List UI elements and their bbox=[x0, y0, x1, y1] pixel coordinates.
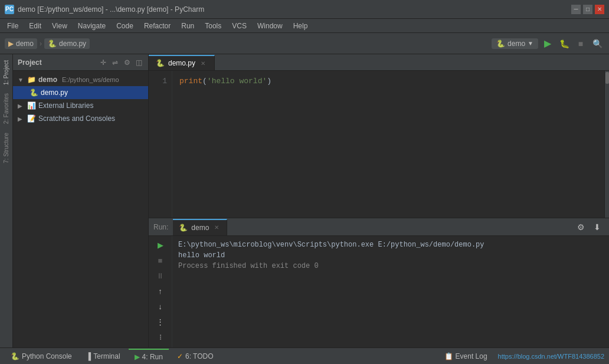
todo-icon: ✓ bbox=[177, 352, 183, 360]
title-bar: PC demo [E:/python_ws/demo] - ...\demo.p… bbox=[0, 0, 609, 19]
breadcrumb-demo[interactable]: ▶ demo bbox=[5, 38, 37, 49]
sidebar-tab-project[interactable]: 1: Project bbox=[1, 57, 11, 88]
editor-tab-label: demo.py bbox=[168, 59, 195, 67]
run-sidebar: ▶ ■ ⏸ ↑ ↓ ⋮ ⁝ bbox=[149, 236, 172, 347]
panel-tab-close[interactable]: ✕ bbox=[212, 224, 221, 232]
stop-button[interactable]: ■ bbox=[574, 37, 588, 51]
tree-header-icons: ✛ ⇌ ⚙ ◫ bbox=[99, 58, 143, 67]
maximize-button[interactable]: □ bbox=[583, 5, 592, 14]
tree-locate-icon[interactable]: ✛ bbox=[99, 58, 108, 67]
sidebar-tab-favorites[interactable]: 2: Favorites bbox=[1, 90, 11, 127]
status-python-console[interactable]: 🐍 Python Console bbox=[5, 349, 78, 364]
debug-button[interactable]: 🐛 bbox=[557, 37, 571, 51]
breadcrumb-separator: › bbox=[40, 40, 42, 48]
paren-close: ) bbox=[267, 77, 271, 86]
sidebar-tab-structure[interactable]: 7: Structure bbox=[1, 129, 11, 167]
tree-content: ▼ 📁 demo E:/python_ws/demo 🐍 demo.py ▶ 📊… bbox=[13, 71, 148, 347]
editor-tab-demo-py[interactable]: 🐍 demo.py ✕ bbox=[149, 55, 215, 70]
menu-file[interactable]: File bbox=[2, 21, 23, 31]
title-bar-left: PC demo [E:/python_ws/demo] - ...\demo.p… bbox=[5, 5, 204, 14]
menu-code[interactable]: Code bbox=[112, 21, 138, 31]
code-area[interactable]: print('hello world') bbox=[172, 71, 604, 218]
run-stop-button[interactable]: ■ bbox=[154, 254, 167, 267]
bottom-panel: Run: 🐍 demo ✕ ⚙ ⬇ ▶ ■ ⏸ ↑ ↓ ⋮ bbox=[149, 218, 609, 347]
panel-right-buttons: ⚙ ⬇ bbox=[574, 220, 604, 234]
todo-label: 6: TODO bbox=[185, 352, 214, 360]
editor-content: 1 print('hello world') bbox=[149, 71, 609, 218]
run-more-button[interactable]: ⋮ bbox=[154, 315, 167, 328]
editor-tabs: 🐍 demo.py ✕ bbox=[149, 54, 609, 71]
tree-label-demo-py: demo.py bbox=[41, 88, 68, 97]
editor-tab-icon: 🐍 bbox=[156, 59, 165, 67]
terminal-icon: ▐ bbox=[86, 352, 91, 360]
run-scroll-up-button[interactable]: ↑ bbox=[154, 284, 167, 297]
tree-item-demo-py[interactable]: 🐍 demo.py bbox=[13, 86, 148, 99]
tree-arrow-ext: ▶ bbox=[18, 103, 25, 109]
menu-run[interactable]: Run bbox=[176, 21, 199, 31]
menu-vcs[interactable]: VCS bbox=[227, 21, 251, 31]
run-config-dropdown-icon: ▼ bbox=[528, 40, 533, 47]
panel-download-button[interactable]: ⬇ bbox=[590, 220, 604, 234]
search-button[interactable]: 🔍 bbox=[590, 37, 604, 51]
run-config-label: demo bbox=[508, 40, 525, 48]
run-config-selector[interactable]: 🐍 demo ▼ bbox=[492, 38, 538, 49]
breadcrumb-file-label: demo.py bbox=[59, 40, 86, 48]
window-controls[interactable]: ─ □ ✕ bbox=[571, 5, 604, 14]
output-line-1: E:\python_ws\microblog\venv\Scripts\pyth… bbox=[178, 240, 603, 250]
tree-item-ext-libs[interactable]: ▶ 📊 External Libraries bbox=[13, 99, 148, 112]
run-label: Run: bbox=[153, 223, 168, 231]
event-log-label: Event Log bbox=[456, 352, 487, 360]
editor-scroll-indicator[interactable] bbox=[604, 71, 609, 218]
status-run[interactable]: ▶ 4: Run bbox=[129, 349, 169, 364]
toolbar-right: 🐍 demo ▼ ▶ 🐛 ■ 🔍 bbox=[492, 37, 604, 51]
output-line-2: hello world bbox=[178, 250, 603, 261]
tree-label-demo: demo bbox=[38, 76, 57, 84]
status-event-log[interactable]: 📋 Event Log bbox=[438, 349, 493, 364]
breadcrumb-file[interactable]: 🐍 demo.py bbox=[44, 38, 90, 49]
menu-bar: File Edit View Navigate Code Refactor Ru… bbox=[0, 19, 609, 33]
panel-tab-label: demo bbox=[191, 224, 209, 232]
file-tree-panel: Project ✛ ⇌ ⚙ ◫ ▼ 📁 demo E:/python_ws/de… bbox=[13, 54, 149, 347]
editor-tab-close[interactable]: ✕ bbox=[199, 59, 207, 67]
menu-refactor[interactable]: Refactor bbox=[139, 21, 175, 31]
menu-window[interactable]: Window bbox=[253, 21, 287, 31]
menu-tools[interactable]: Tools bbox=[200, 21, 226, 31]
code-line-1: print('hello world') bbox=[179, 76, 597, 87]
folder-icon: ▶ bbox=[8, 40, 14, 48]
tree-label-scratches: Scratches and Consoles bbox=[38, 114, 115, 123]
panel-tab-demo[interactable]: 🐍 demo ✕ bbox=[173, 219, 227, 235]
paren-open: ( bbox=[202, 77, 207, 86]
status-url: https://blog.csdn.net/WTF814386852 bbox=[498, 353, 604, 360]
tree-scroll-icon[interactable]: ⇌ bbox=[110, 58, 120, 67]
panel-tab-icon: 🐍 bbox=[179, 224, 188, 232]
menu-help[interactable]: Help bbox=[289, 21, 313, 31]
toolbar: ▶ demo › 🐍 demo.py 🐍 demo ▼ ▶ 🐛 ■ 🔍 bbox=[0, 33, 609, 54]
run-rerun-button[interactable]: ▶ bbox=[154, 238, 167, 251]
tree-arrow-scratches: ▶ bbox=[18, 116, 25, 122]
status-todo[interactable]: ✓ 6: TODO bbox=[171, 349, 220, 364]
run-button[interactable]: ▶ bbox=[541, 37, 555, 51]
panel-tabs-bar: Run: 🐍 demo ✕ ⚙ ⬇ bbox=[149, 218, 609, 236]
event-log-icon: 📋 bbox=[444, 352, 453, 360]
run-scroll-down-button[interactable]: ↓ bbox=[154, 300, 167, 313]
tree-item-scratches[interactable]: ▶ 📝 Scratches and Consoles bbox=[13, 112, 148, 125]
run-pause-button[interactable]: ⏸ bbox=[154, 269, 167, 282]
menu-view[interactable]: View bbox=[47, 21, 72, 31]
run-icon: ▶ bbox=[135, 353, 140, 361]
tree-collapse-icon[interactable]: ◫ bbox=[134, 58, 143, 67]
tree-item-demo-root[interactable]: ▼ 📁 demo E:/python_ws/demo bbox=[13, 73, 148, 86]
menu-navigate[interactable]: Navigate bbox=[73, 21, 110, 31]
run-extra-button[interactable]: ⁝ bbox=[154, 330, 167, 343]
demo-py-icon: 🐍 bbox=[30, 88, 38, 97]
close-button[interactable]: ✕ bbox=[595, 5, 604, 14]
minimize-button[interactable]: ─ bbox=[571, 5, 581, 14]
menu-edit[interactable]: Edit bbox=[24, 21, 46, 31]
left-side-tabs: 1: Project 2: Favorites 7: Structure bbox=[0, 54, 13, 347]
tree-arrow-demo: ▼ bbox=[18, 77, 25, 83]
demo-folder-icon: 📁 bbox=[27, 76, 36, 84]
status-terminal[interactable]: ▐ Terminal bbox=[80, 349, 126, 364]
panel-settings-button[interactable]: ⚙ bbox=[574, 220, 588, 234]
tree-settings-icon[interactable]: ⚙ bbox=[122, 58, 132, 67]
editor-scroll-thumb[interactable] bbox=[605, 72, 609, 84]
line-numbers: 1 bbox=[149, 71, 172, 218]
